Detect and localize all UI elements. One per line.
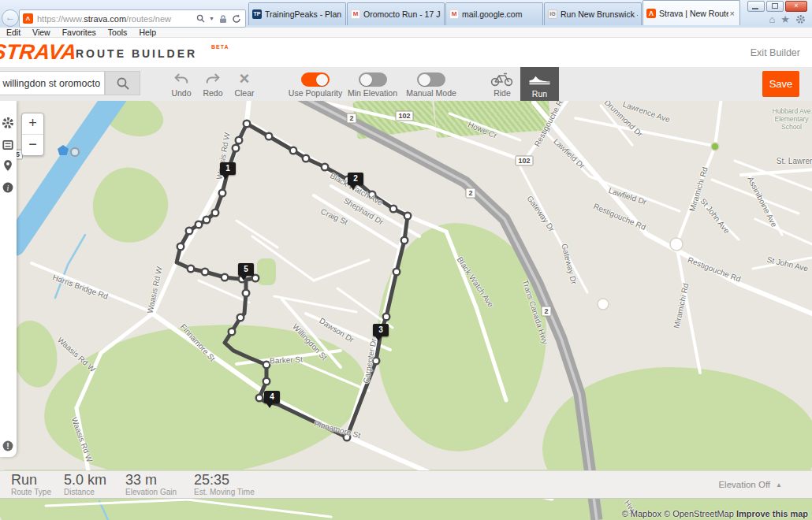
- route-line[interactable]: [177, 124, 408, 437]
- route-point[interactable]: [196, 221, 203, 228]
- route-point[interactable]: [243, 290, 250, 297]
- tab-bar: TP TrainingPeaks - Plan your trai... M O…: [248, 2, 741, 28]
- route-point[interactable]: [202, 269, 209, 276]
- search-input[interactable]: [0, 71, 105, 95]
- redo-button[interactable]: Redo: [197, 72, 229, 98]
- route-point[interactable]: [290, 147, 297, 154]
- route-point[interactable]: [233, 145, 240, 152]
- browser-back-button[interactable]: ←: [2, 9, 19, 27]
- generic-favicon: iG: [548, 9, 557, 19]
- zoom-in-button[interactable]: +: [22, 113, 43, 135]
- save-button[interactable]: Save: [762, 71, 799, 97]
- route-marker-3[interactable]: 3: [373, 324, 389, 336]
- route-point[interactable]: [256, 395, 263, 402]
- tab-close-icon[interactable]: ×: [728, 9, 736, 18]
- gear-icon[interactable]: [795, 14, 806, 24]
- close-button[interactable]: ×: [785, 1, 807, 12]
- manual-mode-toggle[interactable]: Manual Mode: [397, 72, 465, 98]
- alert-icon[interactable]: !: [2, 440, 14, 452]
- settings-gear-icon[interactable]: [2, 117, 14, 129]
- route-point[interactable]: [237, 314, 244, 321]
- route-point[interactable]: [263, 378, 270, 385]
- route-point[interactable]: [390, 206, 397, 213]
- location-pin-icon[interactable]: [2, 159, 14, 172]
- window-controls: ×: [746, 1, 807, 12]
- route-point[interactable]: [266, 133, 273, 140]
- tab-mail-google[interactable]: M mail.google.com: [445, 2, 543, 25]
- toggle-pill-off[interactable]: [359, 72, 387, 87]
- route-point[interactable]: [219, 190, 226, 197]
- roundabout: [598, 299, 609, 310]
- tab-strava-new-route[interactable]: Λ Strava | New Route ×: [643, 0, 740, 25]
- route-marker-2[interactable]: 2: [348, 173, 363, 185]
- minimize-button[interactable]: [747, 1, 765, 12]
- menu-tools[interactable]: Tools: [108, 28, 128, 37]
- route-point[interactable]: [177, 243, 184, 251]
- route-marker-5[interactable]: 5: [238, 263, 254, 276]
- route-point[interactable]: [203, 217, 210, 224]
- restore-button[interactable]: [766, 1, 784, 12]
- route-point[interactable]: [252, 275, 259, 282]
- tab-oromocto-run-email[interactable]: M Oromocto Run - 17 June 18 - I...: [347, 2, 445, 25]
- route-point[interactable]: [383, 314, 390, 321]
- toggle-pill-off[interactable]: [417, 72, 445, 87]
- route-point[interactable]: [229, 329, 236, 336]
- route-point[interactable]: [186, 228, 193, 235]
- route-point[interactable]: [404, 213, 412, 220]
- map-canvas[interactable]: Waasis Rd WBlack Watch AveShephard DrCra…: [0, 101, 812, 520]
- map[interactable]: Waasis Rd WBlack Watch AveShephard DrCra…: [0, 101, 812, 520]
- route-marker-1[interactable]: 1: [220, 162, 236, 175]
- toggle-pill-on[interactable]: [301, 72, 330, 87]
- route-point[interactable]: [303, 155, 310, 162]
- list-icon[interactable]: [2, 139, 14, 151]
- search-icon[interactable]: [196, 14, 205, 23]
- route-point[interactable]: [244, 121, 251, 128]
- road-line: [347, 436, 430, 473]
- route-point[interactable]: [263, 362, 270, 369]
- map-vector-layer: [0, 101, 812, 520]
- home-icon[interactable]: ⌂: [769, 13, 775, 25]
- street-label: Barker St: [270, 355, 303, 365]
- menu-favorites[interactable]: Favorites: [62, 28, 96, 37]
- zoom-out-button[interactable]: −: [22, 135, 43, 155]
- route-point[interactable]: [401, 237, 408, 244]
- route-point[interactable]: [212, 210, 219, 217]
- info-icon[interactable]: i: [2, 181, 14, 194]
- clear-button[interactable]: × Clear: [229, 72, 260, 98]
- menu-view[interactable]: View: [32, 28, 50, 37]
- menu-edit[interactable]: Edit: [6, 28, 20, 37]
- run-mode-button[interactable]: Run: [520, 67, 559, 101]
- tab-trainingpeaks[interactable]: TP TrainingPeaks - Plan your trai...: [248, 2, 346, 25]
- svg-text:!: !: [6, 442, 9, 451]
- mapbox-link[interactable]: © Mapbox: [622, 509, 661, 518]
- route-point[interactable]: [188, 266, 195, 273]
- search-button[interactable]: [105, 71, 140, 95]
- redo-icon: [205, 72, 221, 85]
- elevation-toggle[interactable]: Elevation Off ▲: [718, 480, 782, 489]
- min-elevation-toggle[interactable]: Min Elevation: [339, 72, 406, 98]
- street-label: Hubbard Ave Elementary School: [767, 108, 812, 131]
- chevron-down-icon[interactable]: ▼: [209, 16, 214, 21]
- exit-builder-link[interactable]: Exit Builder: [751, 47, 800, 58]
- route-point[interactable]: [393, 269, 400, 276]
- address-bar[interactable]: Λ https://www.strava.com/routes/new ▼: [19, 9, 246, 28]
- tab-run-new-brunswick[interactable]: iG Run New Brunswick - Road Ra...: [544, 2, 642, 25]
- strava-logo[interactable]: STRAVA: [0, 40, 78, 65]
- favorites-star-icon[interactable]: ★: [780, 13, 790, 25]
- ride-mode-button[interactable]: Ride: [486, 72, 518, 98]
- route-point[interactable]: [236, 137, 243, 144]
- road-line: [408, 216, 446, 232]
- route-point[interactable]: [222, 274, 229, 281]
- improve-map-link[interactable]: Improve this map: [736, 509, 808, 518]
- menu-help[interactable]: Help: [139, 28, 156, 37]
- url-text[interactable]: https://www.strava.com/routes/new: [37, 14, 196, 24]
- undo-button[interactable]: Undo: [166, 72, 197, 98]
- route-point[interactable]: [322, 164, 329, 171]
- road-line: [476, 307, 506, 400]
- page-title: ROUTE BUILDER: [76, 47, 197, 60]
- road-line: [715, 101, 721, 147]
- osm-link[interactable]: © OpenStreetMap: [664, 509, 734, 518]
- search-icon: [116, 76, 130, 91]
- refresh-icon[interactable]: [232, 14, 241, 24]
- route-marker-4[interactable]: 4: [264, 391, 280, 403]
